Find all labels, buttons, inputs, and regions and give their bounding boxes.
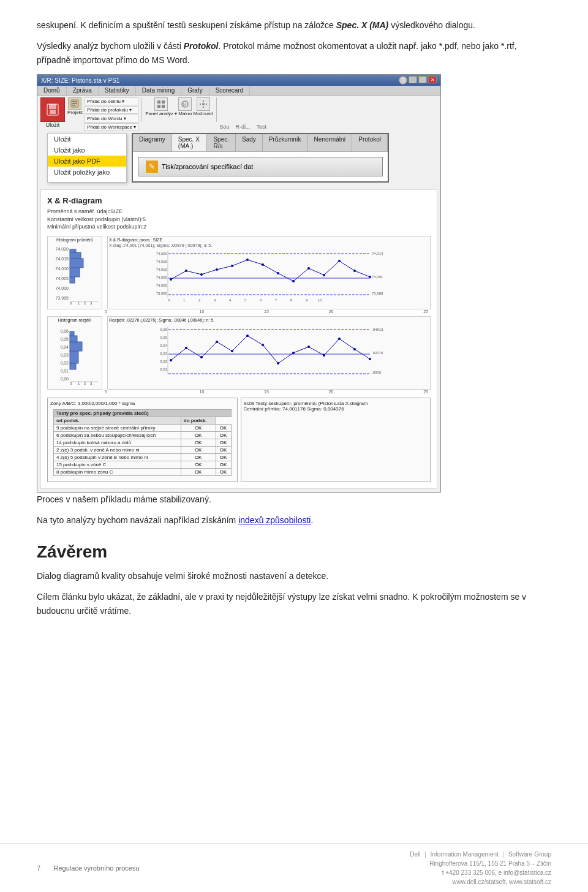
footer-page-number: 7 xyxy=(37,864,40,872)
save-label: Uložit xyxy=(46,122,60,128)
minimize-button[interactable]: _ xyxy=(409,76,417,83)
dropdown-ulozit-jako-pdf[interactable]: Uložit jako PDF xyxy=(48,156,126,167)
dialog-tab-nenormalni[interactable]: Nenormální xyxy=(308,134,353,151)
rdiagram-svg: 0,06 0,05 0,04 0,03 0,02 0,01 .04813 .02… xyxy=(108,323,430,379)
svg-text:3: 3 xyxy=(214,298,216,302)
row6-od: OK xyxy=(181,461,216,468)
histogram-top-label: Histogram průměrů xyxy=(48,236,102,243)
dropdown-ulozit-jako[interactable]: Uložit jako xyxy=(48,145,126,156)
pridat-do-workspace[interactable]: Přidat do Workspace ▾ xyxy=(85,123,138,131)
svg-text:73,995: 73,995 xyxy=(56,296,69,300)
footer-left: 7 Regulace výrobního procesu xyxy=(37,864,410,872)
svg-text:74,020: 74,020 xyxy=(156,252,168,255)
row5-do: OK xyxy=(216,453,231,461)
svg-text:0,02: 0,02 xyxy=(160,360,167,363)
para2-text1: Výsledky analýz bychom uložili v části xyxy=(37,41,184,51)
table-row-7: 8 podskupin mimo zónu C OK OK xyxy=(54,468,232,475)
table-header: Testy pro spec. případy (pravidla sledů) xyxy=(54,409,232,417)
dropdown-ulozit-polozky[interactable]: Uložit položky jako xyxy=(48,167,126,178)
pridat-do-wordu[interactable]: Přidat do Wordu ▾ xyxy=(85,115,138,123)
dialog-window: Diagramy Spec. X (MA.) Spec. R/s Sady Pr… xyxy=(132,133,389,183)
svg-rect-5 xyxy=(72,103,77,104)
close-button[interactable]: ✕ xyxy=(428,76,437,83)
dialog-tab-spec-x[interactable]: Spec. X (MA.) xyxy=(172,134,208,151)
footer-contact: t +420 233 325 006, e info@statistica.cz xyxy=(410,868,551,877)
para1-text1: seskupení. K definicím a spuštění testů … xyxy=(37,20,336,30)
svg-rect-83 xyxy=(70,331,74,336)
svg-text:8: 8 xyxy=(290,298,293,302)
projekt-btn[interactable]: Projekt xyxy=(67,97,83,115)
tab-domu[interactable]: Domů xyxy=(37,86,67,95)
analysis-link[interactable]: indexů způsobilosti xyxy=(238,515,311,525)
dialog-tabs: Diagramy Spec. X (MA.) Spec. R/s Sady Pr… xyxy=(133,134,388,152)
row3-label: 14 podskupin kolísá nahoru a dolů xyxy=(54,439,181,446)
conclusion-p2: Cílem článku bylo ukázat, že základní, a… xyxy=(37,590,551,618)
tab-scorecard[interactable]: Scorecard xyxy=(209,86,251,95)
app-title: X/R: SIZE: Pistons.sta v PS1 xyxy=(41,77,119,84)
dropdown-area: Uložit Uložit jako Uložit jako PDF Uloži… xyxy=(37,133,440,186)
pridat-do-sesitu[interactable]: Přidat do sešitu ▾ xyxy=(85,97,138,105)
footer-email: e info@statistica.cz xyxy=(499,869,551,876)
pridat-do-protokolu[interactable]: Přidat do protokolu ▾ xyxy=(85,106,138,114)
svg-text:6: 6 xyxy=(260,298,262,302)
section-heading-zaverem: Závěrem xyxy=(37,542,551,562)
svg-rect-79 xyxy=(70,363,76,369)
tab-zprava[interactable]: Zpráva xyxy=(67,86,99,95)
bottom-charts-row: Histogram rozptílí 0,06 0,05 0,04 0,03 0… xyxy=(47,316,431,390)
svg-point-109 xyxy=(277,362,279,365)
tab-statistiky[interactable]: Statistiky xyxy=(99,86,136,95)
zone-info-box: Zóny A/B/C: 3,000/2,000/1,000 * sigma Te… xyxy=(47,398,238,482)
dialog-tab-diagramy[interactable]: Diagramy xyxy=(133,134,172,151)
moznosti-btn[interactable]: Možnosti xyxy=(194,97,213,116)
size-info-box: SIZE Testy seskupení, proměnná: (Pistons… xyxy=(241,398,431,482)
svg-point-114 xyxy=(353,348,356,350)
svg-text:1: 1 xyxy=(78,382,80,385)
svg-rect-81 xyxy=(70,342,82,351)
svg-point-105 xyxy=(216,341,218,343)
makro-btn[interactable]: M Makro xyxy=(178,97,192,116)
dialog-tab-protokol[interactable]: Protokol xyxy=(352,134,388,151)
svg-point-13 xyxy=(202,103,205,105)
col-od: od podsk. xyxy=(54,417,181,424)
table-row-0: od podsk. do podsk. xyxy=(54,417,232,424)
svg-text:74,020: 74,020 xyxy=(56,247,69,251)
help-button[interactable]: ? xyxy=(399,76,407,85)
svg-point-60 xyxy=(200,273,203,276)
row6-do: OK xyxy=(216,461,231,468)
svg-rect-27 xyxy=(70,252,81,259)
row1-do: OK xyxy=(216,424,231,431)
row4-label: 2 z(e) 3 podsk. v zóně A nebo mimo ni xyxy=(54,446,181,453)
svg-text:0,05: 0,05 xyxy=(60,337,69,341)
svg-point-15 xyxy=(202,107,203,108)
footer-websites: www.dell.cz/statsoft, www.statsoft.cz xyxy=(410,877,551,886)
col-do: do podsk. xyxy=(181,417,216,424)
svg-point-65 xyxy=(277,272,279,274)
dialog-tab-sady[interactable]: Sady xyxy=(236,134,263,151)
moznosti-label: Možnosti xyxy=(194,111,213,116)
save-group: Uložit Projekt Přidat do sešitu ▾ Přidat… xyxy=(40,97,266,131)
svg-text:0: 0 xyxy=(70,382,72,385)
svg-text:0: 0 xyxy=(168,298,170,302)
process-paragraph: Proces v našem příkladu máme stabilizova… xyxy=(37,493,551,506)
panel-btn[interactable]: Panel analýz ▾ xyxy=(145,97,177,116)
row7-label: 8 podskupin mimo zónu C xyxy=(54,468,181,475)
footer-div-1: | xyxy=(424,851,426,858)
save-icon[interactable] xyxy=(40,97,65,122)
x-axis-b-20: 20 xyxy=(299,390,364,394)
svg-text:0,01: 0,01 xyxy=(160,368,167,371)
dialog-tab-pruzkumnik[interactable]: Průzkumník xyxy=(263,134,308,151)
dropdown-ulozit[interactable]: Uložit xyxy=(48,134,126,145)
pridat-buttons: Přidat do sešitu ▾ Přidat do protokolu ▾… xyxy=(85,97,138,131)
dialog-tab-spec-r[interactable]: Spec. R/s xyxy=(207,134,236,151)
maximize-button[interactable]: □ xyxy=(418,76,427,83)
app-window: X/R: SIZE: Pistons.sta v PS1 ? _ □ ✕ Dom… xyxy=(37,74,441,493)
svg-text:.02276: .02276 xyxy=(372,351,383,355)
chart-subtitle-1: Proměnná s naměř. údaji:SIZE xyxy=(47,208,431,216)
tab-data-mining[interactable]: Data mining xyxy=(136,86,181,95)
tab-grafy[interactable]: Grafy xyxy=(181,86,209,95)
rdiagram-bottom: Rozpětí: .02276 (.02276); Sigma: .00846 … xyxy=(107,316,431,390)
svg-point-14 xyxy=(202,100,203,102)
svg-text:0,06: 0,06 xyxy=(60,329,69,333)
paragraph-1: seskupení. K definicím a spuštění testů … xyxy=(37,18,551,32)
print-button[interactable]: ✎ Tisk/zpracování specifikací dat xyxy=(138,157,383,176)
